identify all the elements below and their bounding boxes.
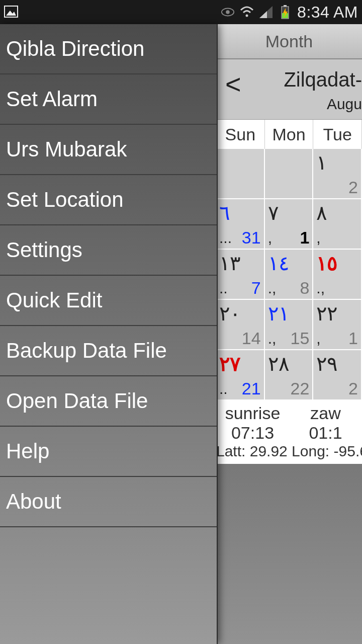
navigation-drawer: Qibla DirectionSet AlarmUrs MubarakSet L… [0, 24, 218, 644]
tab-month-label: Month [265, 32, 313, 51]
hijri-date: ٢٠ [219, 302, 240, 325]
zawal-label: zaw [289, 404, 362, 423]
hijri-date: ١ [316, 151, 327, 174]
drawer-item-qibla-direction[interactable]: Qibla Direction [0, 24, 217, 74]
calendar-cell[interactable]: ١٣7.. [216, 250, 265, 300]
calendar-prev-button[interactable]: < [225, 68, 241, 100]
gregorian-date: 1 [300, 228, 309, 248]
gregorian-date: 2 [348, 379, 358, 398]
hijri-date: ١٣ [219, 252, 240, 275]
svg-point-4 [246, 15, 248, 17]
calendar-info: sunrise 07:13 zaw 01:1 Latt: 29.92 Long:… [216, 400, 362, 464]
calendar-cell[interactable]: ٢٨22 [265, 350, 314, 400]
calendar-cell[interactable]: ٢٠14 [216, 300, 265, 350]
event-dots: ., [268, 330, 277, 347]
event-dots: ... [219, 229, 232, 247]
calendar-cell[interactable]: ١٥., [313, 250, 362, 300]
gregorian-date: 22 [291, 379, 310, 398]
dow-mon: Mon [265, 120, 314, 149]
gregorian-date: 31 [242, 228, 261, 248]
event-dots: ., [316, 280, 325, 297]
drawer-item-backup-data-file[interactable]: Backup Data File [0, 326, 217, 376]
calendar-cell[interactable] [265, 149, 314, 199]
gregorian-date: 7 [251, 278, 261, 298]
zawal-time: 01:1 [289, 423, 362, 443]
gregorian-date: 2 [348, 178, 358, 197]
status-time: 8:34 AM [297, 3, 358, 22]
svg-point-3 [226, 10, 229, 14]
hijri-date: ٢٩ [316, 352, 337, 375]
calendar-cell[interactable]: ١2 [313, 149, 362, 199]
sunrise-label: sunrise [216, 404, 289, 423]
svg-rect-9 [284, 5, 287, 7]
picture-icon [4, 5, 18, 19]
hijri-date: ٨ [316, 201, 327, 224]
svg-marker-7 [259, 11, 267, 18]
hijri-date: ١٥ [316, 252, 337, 275]
gregorian-date: 14 [242, 329, 261, 348]
calendar-cell[interactable]: ٦31... [216, 199, 265, 250]
hijri-date: ٢١ [268, 302, 289, 325]
gregorian-date: 8 [300, 278, 309, 298]
hijri-date: ١٤ [268, 252, 289, 275]
drawer-item-urs-mubarak[interactable]: Urs Mubarak [0, 125, 217, 175]
calendar-cell[interactable]: ٢٢1, [313, 300, 362, 350]
gregorian-date: 15 [291, 329, 310, 348]
calendar-cell[interactable]: ٢١15., [265, 300, 314, 350]
event-dots: ., [268, 280, 277, 297]
gregorian-date: 21 [242, 379, 261, 398]
drawer-item-help[interactable]: Help [0, 427, 217, 477]
event-dots: .. [219, 280, 228, 297]
event-dots: , [268, 229, 272, 247]
hijri-date: ٢٧ [219, 352, 240, 375]
drawer-item-set-alarm[interactable]: Set Alarm [0, 74, 217, 125]
lat-long-text: Latt: 29.92 Long: -95.67 [216, 443, 362, 460]
wifi-icon [240, 5, 254, 19]
tab-month[interactable]: Month [216, 24, 362, 59]
drawer-item-settings[interactable]: Settings [0, 225, 217, 276]
event-dots: .. [219, 380, 228, 397]
event-dots: , [316, 330, 320, 347]
svg-marker-1 [6, 11, 16, 16]
calendar-subtitle: Augu [327, 96, 362, 113]
battery-charging-icon [278, 5, 292, 19]
dow-tue: Tue [313, 120, 362, 149]
hijri-date: ٧ [268, 201, 279, 224]
hijri-date: ٢٨ [268, 352, 289, 375]
calendar-grid: ١2٦31...٧1,٨,١٣7..١٤8.,١٥.,٢٠14٢١15.,٢٢1… [216, 149, 362, 400]
eye-icon [221, 5, 235, 19]
calendar-cell[interactable]: ٢٧21.. [216, 350, 265, 400]
calendar-cell[interactable]: ١٤8., [265, 250, 314, 300]
calendar-cell[interactable]: ٧1, [265, 199, 314, 250]
sunrise-time: 07:13 [216, 423, 289, 443]
calendar-header: < Zilqadat- Augu [216, 59, 362, 120]
status-bar: 8:34 AM [0, 0, 362, 24]
gregorian-date: 1 [348, 329, 358, 348]
calendar-days-of-week: Sun Mon Tue [216, 120, 362, 149]
cell-signal-icon [259, 5, 273, 19]
drawer-item-quick-edit[interactable]: Quick Edit [0, 276, 217, 326]
calendar-cell[interactable]: ٨, [313, 199, 362, 250]
calendar-panel: Month < Zilqadat- Augu Sun Mon Tue ١2٦31… [216, 24, 362, 644]
calendar-cell[interactable] [216, 149, 265, 199]
event-dots: , [316, 229, 320, 247]
calendar-cell[interactable]: ٢٩2 [313, 350, 362, 400]
hijri-date: ٢٢ [316, 302, 337, 325]
drawer-item-open-data-file[interactable]: Open Data File [0, 376, 217, 427]
drawer-item-about[interactable]: About [0, 477, 217, 527]
calendar-title: Zilqadat- [284, 68, 362, 91]
drawer-item-set-location[interactable]: Set Location [0, 175, 217, 225]
hijri-date: ٦ [219, 201, 230, 224]
dow-sun: Sun [216, 120, 265, 149]
